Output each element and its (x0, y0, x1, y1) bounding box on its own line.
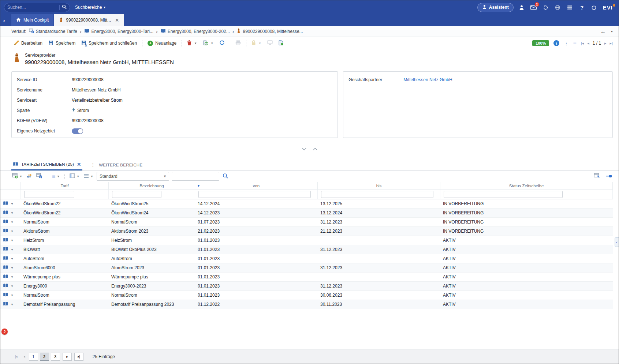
row-menu-icon[interactable]: ▼ (11, 275, 14, 279)
table-row[interactable]: ▼ Wärmepumpe plus Wärmepumpe plus 01.01.… (0, 273, 613, 282)
save-button[interactable]: Speichern (46, 38, 78, 48)
search-icon[interactable] (62, 4, 67, 10)
more-options-icon[interactable]: ⋮ (564, 41, 568, 46)
lock-button[interactable]: ▼ (249, 38, 264, 48)
info-icon[interactable]: i (553, 40, 559, 46)
search-scope-button[interactable]: Suchbereiche ▾ (74, 3, 107, 12)
network-icon[interactable] (554, 3, 562, 11)
collapse-chevron-down-icon[interactable] (301, 146, 307, 151)
more-options-icon[interactable]: ⋮ (90, 159, 95, 170)
export-document-button[interactable] (276, 38, 286, 48)
grid-search-button[interactable] (36, 172, 43, 181)
header-status[interactable]: Status Zeitscheibe (440, 182, 613, 189)
table-row[interactable]: ▼ Energy3000 Energy3000-2023 01.01.2023 … (0, 282, 613, 291)
first-page-icon[interactable]: |◂ (13, 354, 19, 359)
tariff-record-icon[interactable] (3, 219, 8, 225)
global-search[interactable] (4, 3, 70, 12)
view-selector[interactable]: Standard ▼ (97, 172, 169, 181)
tariff-record-icon[interactable] (3, 265, 8, 271)
tariff-record-icon[interactable] (3, 256, 8, 262)
close-icon[interactable]: ✕ (115, 18, 119, 23)
table-row[interactable]: ▼ NormalStrom NormalStrom 01.07.2023 31.… (0, 218, 613, 227)
filter-input-bezeichnung[interactable] (112, 191, 161, 198)
close-icon[interactable]: ✕ (77, 162, 81, 167)
table-row[interactable]: ▼ ÖkonWindStrom22 ÖkonWindStrom25 14.12.… (0, 199, 613, 209)
first-record-icon[interactable]: |◂ (581, 41, 584, 46)
page-button-2[interactable]: 2 (40, 353, 49, 361)
help-icon[interactable]: ? (578, 3, 586, 11)
filter-input-tarif[interactable] (24, 191, 74, 198)
list-icon[interactable] (566, 3, 574, 11)
create-button[interactable]: + Neuanlage (145, 38, 179, 48)
tab-record[interactable]: 9900229000008, Mitt... ✕ (54, 14, 124, 26)
table-row[interactable]: ▼ AktionsStrom AktionsStrom 2023 21.02.2… (0, 227, 613, 236)
grid-menu-button[interactable]: ≡ ▼ (51, 172, 60, 181)
monitor-button[interactable] (265, 38, 275, 48)
table-row[interactable]: ▼ NormalStrom NormalStrom 01.01.2023 30.… (0, 291, 613, 300)
row-menu-icon[interactable]: ▼ (11, 294, 14, 297)
row-menu-icon[interactable]: ▼ (11, 202, 14, 206)
grid-filter-search-button[interactable] (222, 172, 229, 181)
table-row[interactable]: ▼ ÖkonWindStrom22 ÖkonWindStrom24 14.12.… (0, 209, 613, 218)
delete-button[interactable]: ▼ (184, 38, 200, 48)
last-page-button[interactable]: ▸| (74, 353, 83, 361)
filter-input-status[interactable] (444, 191, 563, 198)
table-row[interactable]: ▼ HeizStrom HeizStrom 01.01.2023 AKTIV (0, 236, 613, 245)
filter-input-von[interactable] (198, 191, 311, 198)
table-row[interactable]: ▼ AtomStrom6000 AtomStrom 2023 01.01.202… (0, 263, 613, 273)
page-button-1[interactable]: 1 (29, 353, 38, 361)
filter-input-bis[interactable] (321, 191, 433, 198)
grid-transfer-button[interactable] (26, 172, 33, 181)
pin-button[interactable] (605, 172, 613, 181)
row-menu-icon[interactable]: ▼ (11, 230, 14, 233)
grid-quick-filter-input[interactable] (172, 172, 219, 181)
breadcrumb-item[interactable]: Standardsuche Tarife (29, 29, 77, 34)
breadcrumb-item[interactable]: 9900229000008, Mittelhesse... (236, 28, 303, 34)
global-search-input[interactable] (7, 5, 57, 10)
chevron-down-icon[interactable]: ▾ (611, 29, 613, 33)
tariff-record-icon[interactable] (3, 274, 8, 280)
copy-button[interactable]: ▼ (200, 38, 216, 48)
tab-mein-cockpit[interactable]: Mein Cockpit (11, 14, 53, 26)
partner-link[interactable]: Mittelhessen Netz GmbH (403, 77, 452, 82)
mail-icon[interactable]: 2 (530, 3, 538, 11)
grid-new-row-button[interactable]: ▼ (11, 172, 23, 181)
print-button[interactable] (233, 38, 243, 48)
tariff-record-icon[interactable] (3, 237, 8, 243)
previous-page-icon[interactable]: ◂ (21, 354, 27, 359)
tariff-record-icon[interactable] (3, 247, 8, 252)
page-button-3[interactable]: 3 (51, 353, 60, 361)
row-menu-icon[interactable]: ▼ (11, 239, 14, 242)
save-and-close-button[interactable]: ✕ Speichern und schließen (79, 38, 139, 48)
zoom-badge[interactable]: 100% (532, 40, 549, 46)
header-von[interactable]: ▼von (195, 182, 318, 189)
menu-icon[interactable]: ≡ (573, 40, 576, 46)
next-page-button[interactable]: ▸ (63, 353, 72, 361)
tariff-record-icon[interactable] (3, 292, 8, 298)
row-menu-icon[interactable]: ▼ (11, 303, 14, 306)
next-record-icon[interactable]: ▸ (604, 41, 607, 46)
assistant-button[interactable]: Assistent (477, 3, 514, 12)
tariff-record-icon[interactable] (3, 210, 8, 216)
header-bezeichnung[interactable]: Bezeichnung (109, 182, 195, 189)
panel-expander-icon[interactable]: ‹ (615, 237, 619, 247)
power-icon[interactable] (590, 3, 598, 11)
tariff-record-icon[interactable] (3, 201, 8, 207)
last-record-icon[interactable]: ▸| (610, 41, 613, 46)
breadcrumb-item[interactable]: Energy3000, Energy3000-202... (160, 29, 230, 34)
tab-scroll-right-icon[interactable]: › (0, 14, 8, 26)
table-row[interactable]: ▼ BIOWatt BIOWatt ÖkoPlus 2023 01.01.202… (0, 245, 613, 254)
tab-weitere-bereiche[interactable]: WEITERE BEREICHE (99, 159, 142, 170)
row-menu-icon[interactable]: ▼ (11, 221, 14, 224)
user-icon[interactable] (518, 3, 526, 11)
tariff-record-icon[interactable] (3, 283, 8, 289)
redo-icon[interactable] (542, 3, 550, 11)
tariff-record-icon[interactable] (3, 228, 8, 234)
eigenes-netzgebiet-toggle[interactable] (72, 128, 83, 134)
grid-edit-rows-button[interactable] (593, 172, 600, 181)
previous-record-icon[interactable]: ◂ (587, 41, 589, 46)
header-bis[interactable]: bis (318, 182, 440, 189)
notification-badge[interactable]: 2 (1, 329, 8, 335)
refresh-button[interactable] (217, 38, 227, 48)
row-menu-icon[interactable]: ▼ (11, 266, 14, 270)
